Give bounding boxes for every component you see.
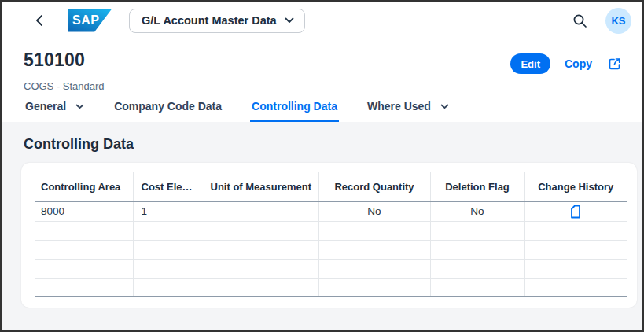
empty-cell: [204, 278, 318, 297]
column-header-deletion-flag: Deletion Flag: [430, 172, 524, 201]
empty-cell: [204, 240, 318, 259]
user-avatar[interactable]: KS: [605, 8, 631, 34]
empty-cell: [204, 221, 318, 240]
empty-cell: [35, 240, 133, 259]
empty-cell: [35, 278, 133, 297]
section-title: Controlling Data: [24, 136, 642, 153]
table-body: 8000 1 No No: [35, 201, 627, 297]
content-area: Controlling Data Controlling Area Cost E…: [2, 122, 642, 330]
chevron-left-icon: [35, 14, 44, 27]
table-row: 8000 1 No No: [35, 201, 627, 221]
empty-cell: [430, 221, 524, 240]
object-header: 510100 COGS - Standard Edit Copy: [2, 39, 642, 92]
cell-record-quantity: No: [318, 201, 430, 221]
tab-general-label: General: [25, 100, 66, 113]
table-empty-row: [35, 221, 627, 240]
back-button[interactable]: [30, 11, 49, 30]
cell-controlling-area: 8000: [35, 201, 133, 221]
document-icon: [570, 205, 581, 219]
share-export-icon: [607, 57, 622, 72]
sap-logo-text: SAP: [72, 13, 99, 28]
empty-cell: [430, 259, 524, 278]
page-title: 510100: [24, 50, 105, 71]
tab-company-code-data[interactable]: Company Code Data: [112, 100, 223, 122]
empty-cell: [133, 278, 204, 297]
cell-unit-of-measurement: [204, 201, 318, 221]
object-header-titles: 510100 COGS - Standard: [24, 50, 105, 92]
app-switcher-button[interactable]: G/L Account Master Data: [129, 9, 305, 33]
share-button[interactable]: [607, 57, 622, 72]
empty-cell: [35, 221, 133, 240]
tab-controlling-data-label: Controlling Data: [252, 100, 337, 113]
empty-cell: [524, 259, 627, 278]
edit-button[interactable]: Edit: [510, 53, 550, 74]
tab-controlling-data[interactable]: Controlling Data: [250, 100, 339, 122]
shell-bar: SAP G/L Account Master Data KS: [2, 2, 642, 39]
table-header-row: Controlling Area Cost Ele… Unit of Measu…: [35, 172, 627, 201]
avatar-initials: KS: [611, 15, 625, 27]
column-header-cost-element: Cost Ele…: [133, 172, 204, 201]
controlling-data-table: Controlling Area Cost Ele… Unit of Measu…: [35, 172, 627, 297]
column-header-record-quantity: Record Quantity: [318, 172, 430, 201]
table-empty-row: [35, 259, 627, 278]
empty-cell: [204, 259, 318, 278]
empty-cell: [318, 278, 430, 297]
sap-logo-icon: SAP: [68, 9, 112, 32]
empty-cell: [318, 221, 430, 240]
column-header-change-history: Change History: [524, 172, 627, 201]
controlling-data-card: Controlling Area Cost Ele… Unit of Measu…: [21, 163, 637, 308]
chevron-down-icon: [440, 104, 449, 109]
tab-where-used[interactable]: Where Used: [366, 100, 451, 122]
empty-cell: [133, 221, 204, 240]
chevron-down-icon: [75, 104, 84, 109]
table-header: Controlling Area Cost Ele… Unit of Measu…: [35, 172, 627, 201]
cell-cost-element: 1: [133, 201, 204, 221]
copy-button[interactable]: Copy: [565, 57, 592, 70]
search-button[interactable]: [569, 10, 590, 31]
empty-cell: [133, 240, 204, 259]
empty-cell: [524, 240, 627, 259]
tab-strip: General Company Code Data Controlling Da…: [2, 100, 642, 122]
app-switcher-label: G/L Account Master Data: [142, 14, 277, 27]
empty-cell: [318, 240, 430, 259]
empty-cell: [35, 259, 133, 278]
tab-general[interactable]: General: [24, 100, 86, 122]
tab-where-used-label: Where Used: [367, 100, 431, 113]
empty-cell: [430, 240, 524, 259]
column-header-controlling-area: Controlling Area: [35, 172, 133, 201]
tab-company-code-data-label: Company Code Data: [114, 100, 222, 113]
change-history-button[interactable]: [570, 205, 581, 219]
cell-change-history: [524, 201, 627, 221]
page-subtitle: COGS - Standard: [24, 80, 105, 92]
search-icon: [572, 13, 587, 28]
table-empty-row: [35, 278, 627, 297]
column-header-unit-of-measurement: Unit of Measurement: [204, 172, 318, 201]
cell-deletion-flag: No: [430, 201, 524, 221]
empty-cell: [430, 278, 524, 297]
header-actions: Edit Copy: [510, 53, 622, 74]
empty-cell: [318, 259, 430, 278]
table-empty-row: [35, 240, 627, 259]
app-window: SAP G/L Account Master Data KS 510100 CO…: [0, 0, 644, 332]
empty-cell: [524, 221, 627, 240]
chevron-down-icon: [285, 17, 294, 24]
empty-cell: [133, 259, 204, 278]
empty-cell: [524, 278, 627, 297]
